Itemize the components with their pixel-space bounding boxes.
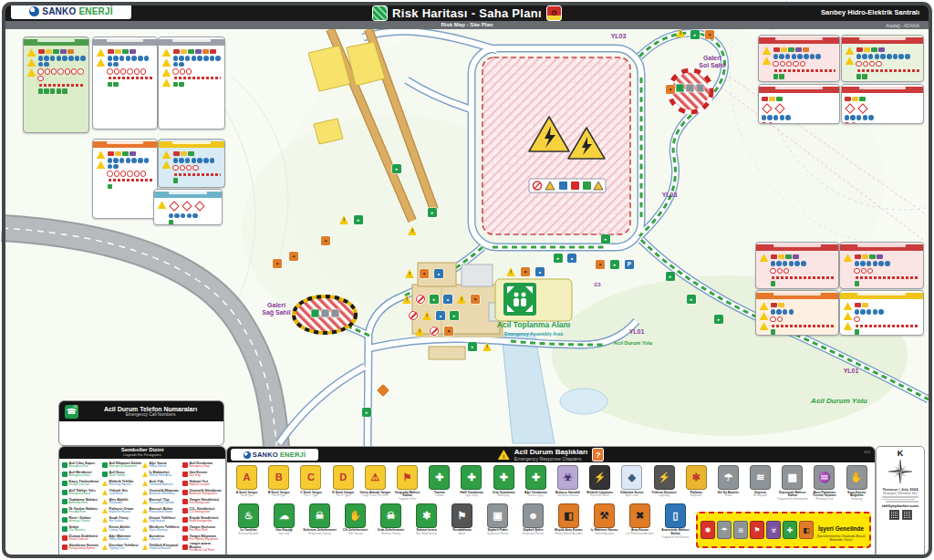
emergency-chapters-panel: SANKO ENERJİ ! Acil Durum Başlıkları Eme… (226, 446, 876, 558)
mandatory-sign-icons (107, 158, 155, 170)
legend-pictogram-icon (62, 526, 67, 532)
legend-pictogram-icon (102, 462, 108, 468)
prohibition-sign-icons (37, 68, 87, 82)
chapter-label-en: Electrical Shock (584, 494, 616, 497)
mandatory-sign-icons (37, 56, 87, 67)
legend-item-label-en: The Stretcher (69, 529, 86, 532)
legend-item: Hidrant Yeri Hydrant Location (182, 479, 223, 488)
chapter-item: ☠ Gıda Zehirlenmesi Nutrition Toxicity (373, 503, 409, 539)
chapter-icon: ✖ (629, 503, 650, 528)
legend-pictogram-icon (182, 481, 188, 486)
chapter-icon: ◧ (558, 503, 579, 528)
legend-item: Acil Durdurma Emergency Stop (182, 461, 223, 470)
safe-condition-icons (107, 81, 155, 88)
warning-text-line (772, 325, 835, 327)
card-header (93, 39, 157, 46)
legend-pictogram-icon (142, 472, 148, 477)
legend-item: Yangın Alarm Butonu Fire Alarm Call Poin… (182, 543, 223, 552)
photo-sign-icons (770, 302, 836, 308)
chapter-icon: ♒ (814, 465, 835, 490)
warning-triangle-icons (761, 46, 773, 80)
warning-text-line (772, 276, 835, 279)
legend-item: Köpük Söndürücü Foam Extinguisher (182, 515, 223, 524)
brand-enerji: ENERJİ (280, 451, 306, 459)
chapter-item: ✖ Araç Kazası Car Pedestrian Accident (622, 503, 658, 539)
card-body (840, 299, 923, 336)
legend-pictogram-icon (62, 535, 67, 541)
legend-item-label-en: Tipping Over (109, 547, 139, 550)
chapter-label-en: Light Injury (455, 494, 487, 497)
legend-pictogram-icon (142, 490, 148, 495)
legend-item: Asılı Yük Overhead Materials (142, 479, 182, 488)
card-header (759, 37, 839, 44)
website-label: tahliyeplanlari.com (877, 503, 924, 508)
chapter-label-en: Infectious Disease (552, 494, 584, 497)
chapters-subtitle: Emergency Response Chapters (514, 456, 587, 461)
chapter-label-tr: Asansörde Mahsur Kalma (658, 529, 693, 535)
legend-item: Alev Alabilir Flammable (102, 497, 142, 506)
chapter-item: ⚠ Geniş Alanda Yangın Large Scale Fire Z… (359, 464, 391, 501)
legend-item-label-en: Emergency Route (69, 493, 96, 495)
warning-text-line (856, 325, 919, 327)
mandatory-sign-icons (770, 261, 836, 267)
sanko-logo: SANKO ENERJİ (231, 449, 318, 461)
legend-item-label-en: First Aid Point (69, 511, 99, 513)
sign-cluster-card (839, 290, 924, 336)
card-header (840, 244, 923, 251)
legend-item-label-en: Emergency Stop (190, 465, 213, 468)
chapter-icon: ✱ (416, 503, 437, 528)
legend-pictogram-icon (62, 472, 67, 477)
card-header (159, 39, 224, 46)
chapter-icon: ✚ (429, 465, 450, 490)
general-strip-title: İşyeri Genelinde (818, 525, 864, 532)
chapter-label-en: Trauma (423, 494, 455, 497)
chapter-label-en: Lightning (648, 494, 680, 497)
legend-item-label-en: Heavy Materials (109, 538, 131, 541)
chapter-item: A A Sınıfı Yangın Fire A Type (231, 464, 263, 501)
safe-condition-icons (856, 74, 921, 80)
question-sign-icon: ? (592, 448, 604, 461)
legend-item-label-en: Wash Station (109, 474, 126, 477)
legend-pictogram-icon (182, 544, 188, 550)
chapter-label-en: Earthquake (744, 494, 776, 497)
legend-item: Aşındırıcı Corrosive (142, 534, 182, 543)
chapter-label-en: Fire A Type (231, 494, 263, 497)
card-body (159, 46, 224, 90)
warning-text-line (174, 173, 221, 176)
legend-item: Yangın Hortumu Fire Hose Reel (182, 524, 223, 534)
legend-item-label-en: Infirmary / Doctor (69, 520, 91, 523)
emergency-call-box: ☎112 Acil Durum Telefon Numaraları Emerg… (58, 400, 224, 446)
photo-sign-icons (856, 47, 921, 53)
legend-title: Semboller Dizini (59, 447, 225, 453)
card-header (93, 141, 157, 148)
general-hazard-icon: ✚ (783, 521, 797, 539)
safe-condition-icons (168, 220, 220, 225)
card-body (759, 44, 839, 82)
mandatory-sign-icons (854, 261, 921, 267)
sign-cluster-card (758, 84, 840, 124)
legend-pictogram-icon (62, 508, 67, 513)
prohibition-sign-icons (854, 267, 921, 274)
safe-condition-icons (172, 178, 223, 184)
safe-condition-icons (854, 329, 921, 336)
sign-cluster-card (841, 35, 924, 82)
legend-item-label-en: Loud Noise (109, 493, 129, 495)
chapter-item: ⚡ Elektrik Çarpması Electrical Shock (584, 464, 616, 501)
legend-item-label-en: Foam Extinguisher (190, 520, 219, 523)
legend-item-label-en: Extinguishing System (69, 547, 99, 550)
plant-name: Sarıbey Hidro-Elektrik Santralı (821, 8, 919, 16)
chapter-item: ✚ Hafif Yaralanma Light Injury (455, 464, 487, 501)
card-body (24, 46, 88, 97)
chapter-label-en: Car Pedestrian Accident (622, 533, 658, 535)
legend-item-label-en: Fire Alarm Call Point (190, 549, 223, 552)
legend-item: Ağır Malzeme Heavy Materials (102, 534, 142, 543)
card-body (840, 251, 923, 289)
legend-item-label-en: Heavy Vehicle (150, 465, 167, 468)
warning-triangle-icons (758, 301, 770, 336)
chapter-label-en: Bite Sting Toxicity (409, 533, 444, 535)
chapter-item: ☂ Sel Su Baskını Flood (712, 464, 744, 501)
mandatory-sign-icons (773, 54, 837, 60)
safe-condition-icons (107, 183, 155, 190)
phone-icon: ☎112 (65, 405, 78, 419)
legend-pictogram-icon (182, 490, 188, 495)
